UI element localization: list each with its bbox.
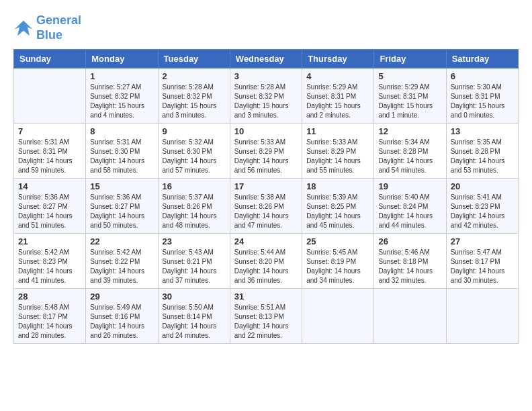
calendar-cell: 25 Sunrise: 5:45 AMSunset: 8:19 PMDaylig… [302,234,374,289]
calendar-cell [302,289,374,344]
calendar-week-row: 21 Sunrise: 5:42 AMSunset: 8:23 PMDaylig… [14,234,519,289]
calendar-cell: 6 Sunrise: 5:30 AMSunset: 8:31 PMDayligh… [446,68,518,124]
day-number: 23 [163,236,226,246]
day-number: 30 [163,291,226,302]
logo-icon [13,18,34,38]
day-info: Sunrise: 5:29 AMSunset: 8:31 PMDaylight:… [378,83,441,120]
day-number: 6 [451,71,514,81]
calendar-cell: 1 Sunrise: 5:27 AMSunset: 8:32 PMDayligh… [86,68,158,124]
calendar-week-row: 14 Sunrise: 5:36 AMSunset: 8:27 PMDaylig… [14,179,519,234]
calendar-cell: 21 Sunrise: 5:42 AMSunset: 8:23 PMDaylig… [14,234,86,289]
calendar-cell: 27 Sunrise: 5:47 AMSunset: 8:17 PMDaylig… [446,234,518,289]
day-number: 26 [378,236,441,246]
day-info: Sunrise: 5:32 AMSunset: 8:30 PMDaylight:… [163,138,226,175]
column-header-wednesday: Wednesday [230,50,302,68]
day-info: Sunrise: 5:42 AMSunset: 8:22 PMDaylight:… [90,248,153,285]
calendar-cell: 29 Sunrise: 5:49 AMSunset: 8:16 PMDaylig… [86,289,158,344]
day-number: 4 [306,71,369,81]
column-header-saturday: Saturday [446,50,518,68]
day-info: Sunrise: 5:35 AMSunset: 8:28 PMDaylight:… [451,138,514,175]
calendar-cell: 18 Sunrise: 5:39 AMSunset: 8:25 PMDaylig… [302,179,374,234]
column-header-sunday: Sunday [14,50,86,68]
calendar-week-row: 7 Sunrise: 5:31 AMSunset: 8:31 PMDayligh… [14,124,519,179]
calendar-cell: 3 Sunrise: 5:28 AMSunset: 8:32 PMDayligh… [230,68,302,124]
calendar-cell: 17 Sunrise: 5:38 AMSunset: 8:26 PMDaylig… [230,179,302,234]
day-info: Sunrise: 5:48 AMSunset: 8:17 PMDaylight:… [18,303,81,340]
day-number: 8 [90,126,153,136]
day-number: 1 [90,71,153,81]
calendar-cell [374,289,446,344]
day-number: 11 [306,126,369,136]
day-number: 21 [18,236,81,246]
calendar-cell: 12 Sunrise: 5:34 AMSunset: 8:28 PMDaylig… [374,124,446,179]
day-info: Sunrise: 5:40 AMSunset: 8:24 PMDaylight:… [378,193,441,230]
day-info: Sunrise: 5:43 AMSunset: 8:21 PMDaylight:… [163,248,226,285]
day-info: Sunrise: 5:47 AMSunset: 8:17 PMDaylight:… [451,248,514,285]
day-info: Sunrise: 5:36 AMSunset: 8:27 PMDaylight:… [18,193,81,230]
calendar-cell: 22 Sunrise: 5:42 AMSunset: 8:22 PMDaylig… [86,234,158,289]
calendar-cell: 11 Sunrise: 5:33 AMSunset: 8:29 PMDaylig… [302,124,374,179]
calendar-cell: 10 Sunrise: 5:33 AMSunset: 8:29 PMDaylig… [230,124,302,179]
day-number: 31 [234,291,298,302]
day-number: 27 [451,236,514,246]
day-info: Sunrise: 5:34 AMSunset: 8:28 PMDaylight:… [378,138,441,175]
day-number: 5 [378,71,441,81]
day-info: Sunrise: 5:41 AMSunset: 8:23 PMDaylight:… [451,193,514,230]
day-info: Sunrise: 5:39 AMSunset: 8:25 PMDaylight:… [306,193,369,230]
calendar-cell: 23 Sunrise: 5:43 AMSunset: 8:21 PMDaylig… [158,234,230,289]
calendar-cell: 5 Sunrise: 5:29 AMSunset: 8:31 PMDayligh… [374,68,446,124]
column-header-monday: Monday [86,50,158,68]
day-info: Sunrise: 5:44 AMSunset: 8:20 PMDaylight:… [234,248,298,285]
day-number: 13 [451,126,514,136]
calendar-week-row: 28 Sunrise: 5:48 AMSunset: 8:17 PMDaylig… [14,289,519,344]
calendar-cell: 16 Sunrise: 5:37 AMSunset: 8:26 PMDaylig… [158,179,230,234]
calendar-cell: 4 Sunrise: 5:29 AMSunset: 8:31 PMDayligh… [302,68,374,124]
calendar-cell: 15 Sunrise: 5:36 AMSunset: 8:27 PMDaylig… [86,179,158,234]
day-number: 25 [306,236,369,246]
day-number: 28 [18,291,81,302]
calendar-cell: 19 Sunrise: 5:40 AMSunset: 8:24 PMDaylig… [374,179,446,234]
day-info: Sunrise: 5:30 AMSunset: 8:31 PMDaylight:… [451,83,514,120]
calendar-cell: 2 Sunrise: 5:28 AMSunset: 8:32 PMDayligh… [158,68,230,124]
calendar-header-row: SundayMondayTuesdayWednesdayThursdayFrid… [14,50,519,68]
day-info: Sunrise: 5:46 AMSunset: 8:18 PMDaylight:… [378,248,441,285]
day-number: 7 [18,126,81,136]
calendar-cell [14,68,86,124]
calendar-cell: 26 Sunrise: 5:46 AMSunset: 8:18 PMDaylig… [374,234,446,289]
day-info: Sunrise: 5:50 AMSunset: 8:14 PMDaylight:… [163,303,226,340]
day-number: 9 [163,126,226,136]
day-info: Sunrise: 5:33 AMSunset: 8:29 PMDaylight:… [306,138,369,175]
day-number: 22 [90,236,153,246]
calendar-cell: 7 Sunrise: 5:31 AMSunset: 8:31 PMDayligh… [14,124,86,179]
day-info: Sunrise: 5:38 AMSunset: 8:26 PMDaylight:… [234,193,298,230]
column-header-friday: Friday [374,50,446,68]
day-number: 15 [90,181,153,191]
calendar-cell: 14 Sunrise: 5:36 AMSunset: 8:27 PMDaylig… [14,179,86,234]
calendar-table: SundayMondayTuesdayWednesdayThursdayFrid… [13,49,519,344]
day-info: Sunrise: 5:28 AMSunset: 8:32 PMDaylight:… [234,83,298,120]
day-number: 16 [163,181,226,191]
day-number: 14 [18,181,81,191]
day-info: Sunrise: 5:29 AMSunset: 8:31 PMDaylight:… [306,83,369,120]
day-info: Sunrise: 5:31 AMSunset: 8:30 PMDaylight:… [90,138,153,175]
calendar-cell [446,289,518,344]
day-number: 29 [90,291,153,302]
calendar-cell: 31 Sunrise: 5:51 AMSunset: 8:13 PMDaylig… [230,289,302,344]
day-info: Sunrise: 5:33 AMSunset: 8:29 PMDaylight:… [234,138,298,175]
column-header-tuesday: Tuesday [158,50,230,68]
calendar-cell: 13 Sunrise: 5:35 AMSunset: 8:28 PMDaylig… [446,124,518,179]
calendar-cell: 20 Sunrise: 5:41 AMSunset: 8:23 PMDaylig… [446,179,518,234]
calendar-cell: 30 Sunrise: 5:50 AMSunset: 8:14 PMDaylig… [158,289,230,344]
day-number: 24 [234,236,298,246]
day-number: 3 [234,71,298,81]
page-header: General Blue [13,13,519,42]
day-info: Sunrise: 5:36 AMSunset: 8:27 PMDaylight:… [90,193,153,230]
day-info: Sunrise: 5:27 AMSunset: 8:32 PMDaylight:… [90,83,153,120]
logo: General Blue [13,13,81,42]
day-number: 10 [234,126,298,136]
day-number: 2 [163,71,226,81]
day-number: 17 [234,181,298,191]
day-info: Sunrise: 5:37 AMSunset: 8:26 PMDaylight:… [163,193,226,230]
logo-text: General Blue [36,13,81,42]
calendar-cell: 9 Sunrise: 5:32 AMSunset: 8:30 PMDayligh… [158,124,230,179]
